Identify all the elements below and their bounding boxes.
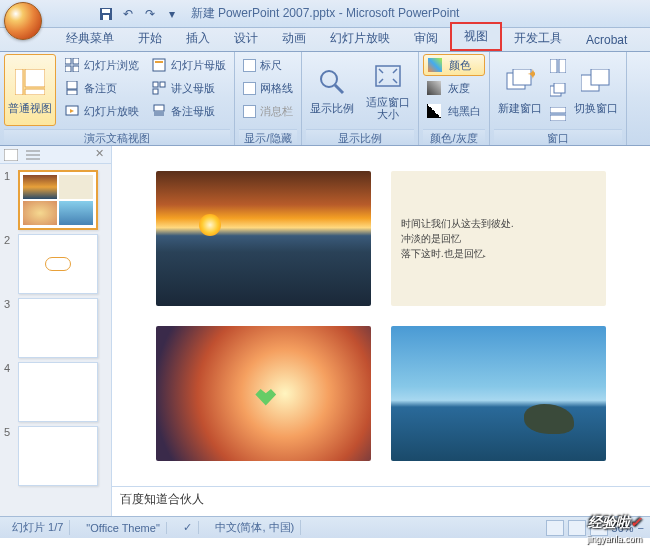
thumbnail-1[interactable] bbox=[18, 170, 98, 230]
tab-classic[interactable]: 经典菜单 bbox=[54, 26, 126, 51]
outline-tab-icon[interactable] bbox=[26, 149, 40, 161]
notes-master-icon bbox=[151, 103, 167, 119]
show-icon bbox=[64, 103, 80, 119]
sorter-view-btn[interactable] bbox=[568, 520, 586, 536]
zoom-button[interactable]: 显示比例 bbox=[306, 54, 358, 126]
handout-master-icon bbox=[151, 80, 167, 96]
office-button[interactable] bbox=[0, 0, 48, 28]
new-window-button[interactable]: ✦ 新建窗口 bbox=[494, 54, 546, 126]
grayscale-button[interactable]: 灰度 bbox=[423, 77, 485, 99]
color-button[interactable]: 颜色 bbox=[423, 54, 485, 76]
normal-view-icon bbox=[14, 66, 46, 98]
messagebar-checkbox: 消息栏 bbox=[239, 100, 297, 122]
language-indicator[interactable]: 中文(简体, 中国) bbox=[209, 520, 301, 535]
tab-view[interactable]: 视图 bbox=[450, 22, 502, 51]
fit-window-label: 适应窗口大小 bbox=[363, 96, 413, 120]
slide-indicator[interactable]: 幻灯片 1/7 bbox=[6, 520, 70, 535]
thumb-row[interactable]: 5 bbox=[0, 424, 111, 488]
normal-view-button[interactable]: 普通视图 bbox=[4, 54, 56, 126]
svg-rect-4 bbox=[25, 69, 45, 87]
thumbnail-list: 1 2 3 4 5 bbox=[0, 164, 111, 516]
normal-view-btn[interactable] bbox=[546, 520, 564, 536]
title-bar: ↶ ↷ ▾ 新建 PowerPoint 2007.pptx - Microsof… bbox=[0, 0, 650, 28]
group-label-colorgray: 颜色/灰度 bbox=[423, 129, 485, 145]
svg-rect-30 bbox=[554, 83, 565, 93]
svg-text:✦: ✦ bbox=[527, 69, 535, 82]
svg-rect-7 bbox=[73, 58, 79, 64]
thumbnail-4[interactable] bbox=[18, 362, 98, 422]
svg-rect-14 bbox=[155, 61, 163, 63]
undo-icon[interactable]: ↶ bbox=[120, 6, 136, 22]
slide-panel: ✕ 1 2 3 4 5 bbox=[0, 146, 112, 516]
switch-window-button[interactable]: 切换窗口 bbox=[570, 54, 622, 126]
group-label-showhide: 显示/隐藏 bbox=[239, 129, 297, 145]
status-bar: 幻灯片 1/7 "Office Theme" ✓ 中文(简体, 中国) 50% … bbox=[0, 516, 650, 538]
ruler-checkbox[interactable]: 标尺 bbox=[239, 54, 297, 76]
group-window: ✦ 新建窗口 切换窗口 窗口 bbox=[490, 52, 627, 145]
slide-image-4[interactable] bbox=[391, 326, 606, 461]
tab-insert[interactable]: 插入 bbox=[174, 26, 222, 51]
tab-acrobat[interactable]: Acrobat bbox=[574, 29, 639, 51]
save-icon[interactable] bbox=[98, 6, 114, 22]
fit-window-button[interactable]: 适应窗口大小 bbox=[362, 54, 414, 126]
tab-animation[interactable]: 动画 bbox=[270, 26, 318, 51]
slide-image-1[interactable] bbox=[156, 171, 371, 306]
slide-canvas-area[interactable]: 时间让我们从这去到彼处.冲淡的是回忆落下这时.也是回忆. bbox=[112, 146, 650, 486]
slides-tab-icon[interactable] bbox=[4, 149, 18, 161]
svg-rect-34 bbox=[591, 69, 609, 85]
group-zoom: 显示比例 适应窗口大小 显示比例 bbox=[302, 52, 419, 145]
svg-rect-3 bbox=[15, 69, 23, 95]
tab-developer[interactable]: 开发工具 bbox=[502, 26, 574, 51]
svg-rect-15 bbox=[153, 82, 158, 87]
thumb-row[interactable]: 2 bbox=[0, 232, 111, 296]
notes-page-button[interactable]: 备注页 bbox=[60, 77, 143, 99]
slide-canvas[interactable]: 时间让我们从这去到彼处.冲淡的是回忆落下这时.也是回忆. bbox=[126, 161, 636, 471]
svg-rect-17 bbox=[153, 89, 158, 94]
group-color-gray: 颜色 灰度 纯黑白 颜色/灰度 bbox=[419, 52, 490, 145]
slide-image-3[interactable] bbox=[156, 326, 371, 461]
svg-rect-35 bbox=[4, 149, 18, 161]
notes-master-button[interactable]: 备注母版 bbox=[147, 100, 230, 122]
thumb-row[interactable]: 3 bbox=[0, 296, 111, 360]
thumb-row[interactable]: 4 bbox=[0, 360, 111, 424]
group-label-zoom: 显示比例 bbox=[306, 129, 414, 145]
thumbnail-2[interactable] bbox=[18, 234, 98, 294]
switch-window-icon bbox=[580, 66, 612, 98]
thumbnail-3[interactable] bbox=[18, 298, 98, 358]
tab-slideshow[interactable]: 幻灯片放映 bbox=[318, 26, 402, 51]
panel-close-button[interactable]: ✕ bbox=[91, 147, 107, 163]
watermark: 经验啦✓ bbox=[588, 514, 642, 532]
svg-rect-13 bbox=[153, 59, 165, 71]
svg-rect-5 bbox=[25, 89, 45, 95]
svg-rect-32 bbox=[550, 115, 566, 121]
arrange-all-icon[interactable] bbox=[550, 58, 566, 74]
ribbon-tabs: 经典菜单 开始 插入 设计 动画 幻灯片放映 审阅 视图 开发工具 Acroba… bbox=[0, 28, 650, 52]
svg-line-22 bbox=[335, 85, 343, 93]
cascade-icon[interactable] bbox=[550, 82, 566, 98]
gridlines-checkbox[interactable]: 网格线 bbox=[239, 77, 297, 99]
split-icon[interactable] bbox=[550, 106, 566, 122]
tab-review[interactable]: 审阅 bbox=[402, 26, 450, 51]
blackwhite-button[interactable]: 纯黑白 bbox=[423, 100, 485, 122]
slide-image-2[interactable]: 时间让我们从这去到彼处.冲淡的是回忆落下这时.也是回忆. bbox=[391, 171, 606, 306]
panel-tabs: ✕ bbox=[0, 146, 111, 164]
tab-home[interactable]: 开始 bbox=[126, 26, 174, 51]
notes-pane[interactable]: 百度知道合伙人 bbox=[112, 486, 650, 516]
spellcheck-button[interactable]: ✓ bbox=[177, 521, 199, 534]
tab-design[interactable]: 设计 bbox=[222, 26, 270, 51]
normal-view-label: 普通视图 bbox=[8, 102, 52, 114]
qat-dropdown-icon[interactable]: ▾ bbox=[164, 6, 180, 22]
thumb-row[interactable]: 1 bbox=[0, 168, 111, 232]
svg-rect-16 bbox=[160, 82, 165, 87]
quick-access-toolbar: ↶ ↷ ▾ bbox=[98, 6, 180, 22]
slideshow-button[interactable]: 幻灯片放映 bbox=[60, 100, 143, 122]
slide-master-button[interactable]: 幻灯片母版 bbox=[147, 54, 230, 76]
svg-point-21 bbox=[321, 71, 337, 87]
redo-icon[interactable]: ↷ bbox=[142, 6, 158, 22]
checkbox-icon bbox=[243, 105, 256, 118]
thumbnail-5[interactable] bbox=[18, 426, 98, 486]
theme-indicator[interactable]: "Office Theme" bbox=[80, 522, 166, 534]
handout-master-button[interactable]: 讲义母版 bbox=[147, 77, 230, 99]
slide-sorter-button[interactable]: 幻灯片浏览 bbox=[60, 54, 143, 76]
switch-window-label: 切换窗口 bbox=[574, 102, 618, 114]
